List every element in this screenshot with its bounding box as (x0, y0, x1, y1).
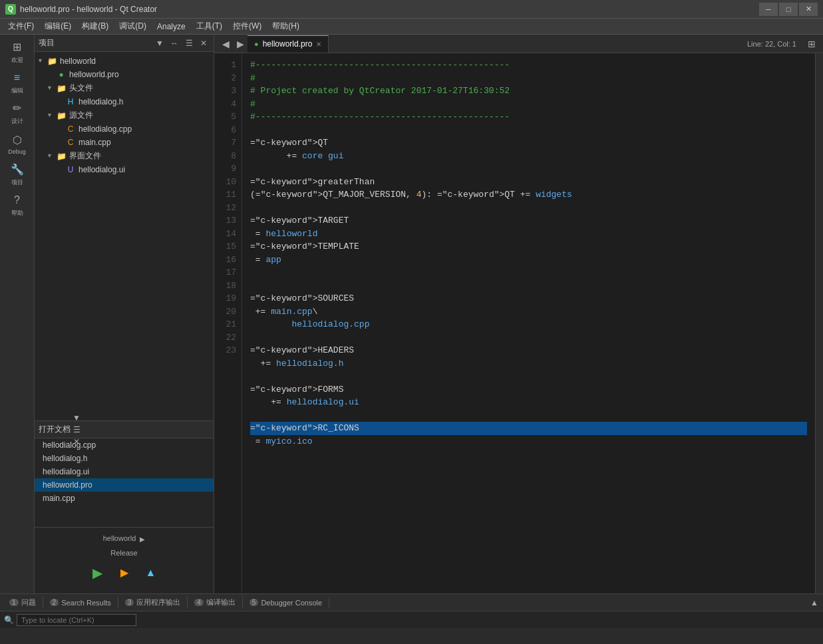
minimize-button[interactable]: ─ (759, 3, 778, 16)
tree-item-源文件[interactable]: ▼📁源文件 (35, 108, 214, 122)
tab-label: Search Results (61, 599, 111, 607)
tab-label: 应用程序输出 (136, 597, 180, 607)
menu-item[interactable]: 工具(T) (191, 19, 228, 33)
open-file-item-hellodialog-h[interactable]: hellodialog.h (35, 452, 214, 465)
bottom-tabs: 1问题2Search Results3应用程序输出4编译输出5Debugger … (0, 593, 823, 611)
close-button[interactable]: ✕ (799, 3, 818, 16)
line-num-16: 16 (214, 253, 236, 267)
code-container: 1234567891011121314151617181920212223 #-… (214, 53, 823, 593)
close-panel-button[interactable]: ✕ (198, 37, 210, 49)
tree-item-helloworld[interactable]: ▼📁helloworld (35, 55, 214, 68)
active-tab[interactable]: ● helloworld.pro ✕ (247, 35, 329, 53)
filter-button[interactable]: ▼ (154, 37, 166, 49)
bottom-tab-编译输出[interactable]: 4编译输出 (188, 596, 243, 609)
bottom-tab-问题[interactable]: 1问题 (3, 596, 43, 609)
bottom-tab-search-results[interactable]: 2Search Results (43, 597, 118, 608)
tree-item-label: 界面文件 (69, 150, 101, 162)
menu-item[interactable]: 文件(F) (3, 19, 39, 33)
code-editor[interactable]: #---------------------------------------… (242, 53, 815, 593)
tree-spacer (56, 166, 64, 174)
sidebar-item-edit[interactable]: ≡ 编辑 (3, 68, 32, 97)
bottom-panel-up[interactable]: ▲ (808, 597, 820, 609)
line-num-1: 1 (214, 59, 236, 72)
tree-item-label: hellodialog.cpp (79, 124, 132, 134)
tree-item-label: main.cpp (79, 138, 111, 147)
help-label: 帮助 (11, 209, 23, 218)
tree-item-helloworld-pro[interactable]: ●helloworld.pro (35, 68, 214, 81)
tab-close-button[interactable]: ✕ (316, 41, 321, 48)
open-files-filter[interactable]: ▼ (71, 412, 82, 424)
cpp-file-icon: C (65, 124, 76, 134)
line-num-2: 2 (214, 72, 236, 85)
open-files-header: 打开文档 ▼ ☰ ✕ (35, 421, 214, 438)
tree-item-hellodialog-h[interactable]: Hhellodialog.h (35, 95, 214, 108)
code-line-10 (250, 202, 807, 215)
line-num-19: 19 (214, 292, 236, 305)
code-line-3: # Project created by QtCreator 2017-01-2… (250, 84, 807, 98)
tree-item-界面文件[interactable]: ▼📁界面文件 (35, 149, 214, 163)
sidebar-item-debug[interactable]: ⬡ Debug (3, 129, 32, 158)
tree-item-label: hellodialog.h (79, 97, 123, 106)
debug-label: Debug (8, 148, 26, 155)
sidebar-item-design[interactable]: ✏ 设计 (3, 98, 32, 128)
tree-arrow: ▼ (47, 84, 55, 92)
build-button[interactable]: ▲ (140, 562, 162, 583)
line-num-14: 14 (214, 228, 236, 241)
split-button[interactable]: ⊞ (804, 37, 819, 51)
maximize-button[interactable]: □ (779, 3, 798, 16)
tab-label: Debugger Console (261, 599, 322, 607)
build-target-label: helloworld (103, 534, 136, 542)
line-numbers: 1234567891011121314151617181920212223 (214, 53, 242, 593)
open-files-layout[interactable]: ☰ (71, 424, 82, 436)
tree-item-头文件[interactable]: ▼📁头文件 (35, 81, 214, 95)
code-line-9: ="c-keyword">greaterThan(="c-keyword">QT… (250, 176, 807, 200)
sidebar-item-welcome[interactable]: ⊞ 欢迎 (3, 37, 32, 67)
welcome-icon: ⊞ (10, 40, 25, 55)
bottom-tab-debugger-console[interactable]: 5Debugger Console (243, 597, 329, 608)
tab-label: 编译输出 (206, 597, 236, 607)
sidebar-item-project[interactable]: 🔧 项目 (3, 160, 32, 189)
tree-item-hellodialog-ui[interactable]: Uhellodialog.ui (35, 163, 214, 176)
folder-icon: 📁 (47, 56, 57, 67)
tab-label: helloworld.pro (263, 39, 313, 49)
code-line-13 (250, 266, 807, 279)
editor-status: Line: 22, Col: 1 (747, 40, 802, 48)
welcome-label: 欢迎 (11, 56, 23, 65)
tab-num: 5 (249, 599, 259, 606)
debug-button[interactable]: ▶ (114, 562, 135, 583)
right-scrollbar[interactable] (815, 53, 823, 593)
sidebar-item-help[interactable]: ? 帮助 (3, 190, 32, 220)
menu-item[interactable]: 调试(D) (114, 19, 152, 33)
back-button[interactable]: ◀ (218, 37, 233, 51)
tree-item-main-cpp[interactable]: Cmain.cpp (35, 136, 214, 149)
run-button[interactable]: ▶ (87, 562, 108, 583)
menu-item[interactable]: 帮助(H) (267, 19, 305, 33)
line-num-4: 4 (214, 98, 236, 111)
tree-spacer (56, 125, 64, 133)
menu-item[interactable]: 控件(W) (228, 19, 267, 33)
bottom-tab-应用程序输出[interactable]: 3应用程序输出 (118, 596, 188, 609)
menu-item[interactable]: Analyze (152, 21, 191, 33)
code-line-8 (250, 162, 807, 176)
forward-button[interactable]: ▶ (233, 37, 247, 51)
tree-item-hellodialog-cpp[interactable]: Chellodialog.cpp (35, 122, 214, 136)
code-line-14 (250, 279, 807, 293)
open-file-item-main-cpp[interactable]: main.cpp (35, 492, 214, 505)
project-panel: 项目 ▼ ↔ ☰ ✕ ▼📁helloworld●helloworld.pro▼📁… (35, 35, 214, 593)
menu-item[interactable]: 编辑(E) (39, 19, 77, 33)
code-line-15: ="c-keyword">SOURCES += main.cpp\ (250, 292, 807, 317)
open-file-item-hellodialog-ui[interactable]: hellodialog.ui (35, 465, 214, 478)
tree-item-label: hellodialog.ui (79, 165, 125, 174)
tab-num: 1 (9, 599, 19, 606)
line-num-11: 11 (214, 188, 236, 202)
line-num-10: 10 (214, 176, 236, 189)
project-panel-inner: 项目 ▼ ↔ ☰ ✕ ▼📁helloworld●helloworld.pro▼📁… (35, 35, 214, 420)
menu-item[interactable]: 构建(B) (77, 19, 114, 33)
code-line-7: ="c-keyword">QT += core gui (250, 136, 807, 161)
line-num-20: 20 (214, 305, 236, 319)
search-input[interactable] (17, 614, 136, 626)
sync-button[interactable]: ↔ (168, 37, 180, 49)
open-file-item-hellodialog-cpp[interactable]: hellodialog.cpp (35, 438, 214, 452)
open-file-item-helloworld-pro[interactable]: helloworld.pro (35, 478, 214, 492)
layout-button[interactable]: ☰ (183, 37, 195, 49)
